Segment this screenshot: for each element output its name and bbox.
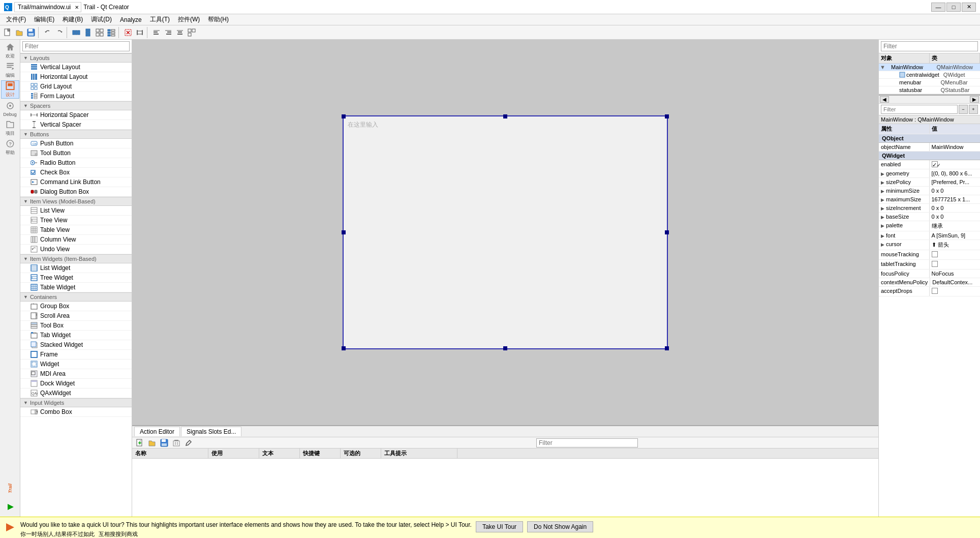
object-inspector-filter[interactable]: [881, 41, 978, 51]
prop-expand-sizeincrement[interactable]: ▶: [881, 206, 884, 211]
sidebar-item-debuglabel[interactable]: [1, 498, 19, 517]
prop-row-tablettracking[interactable]: tabletTracking: [879, 260, 980, 270]
prop-value-acceptdrops[interactable]: [930, 287, 981, 296]
oi-row-centralwidget[interactable]: centralwidget QWidget: [879, 71, 980, 79]
menu-analyze[interactable]: Analyze: [116, 15, 146, 24]
menu-debug[interactable]: 调试(D): [87, 14, 116, 25]
handle-bottom-left[interactable]: [342, 346, 346, 350]
prop-filter-plus[interactable]: +: [969, 105, 978, 114]
prop-row-maximumsize[interactable]: ▶maximumSize 16777215 x 1...: [879, 195, 980, 204]
oi-expand-mainwindow[interactable]: ▼: [879, 64, 889, 71]
widget-dock-widget[interactable]: Dock Widget: [20, 379, 132, 388]
handle-bottom-center[interactable]: [503, 346, 507, 350]
canvas-content[interactable]: 在这里输入: [132, 40, 878, 425]
widget-filter-input[interactable]: [22, 41, 130, 51]
widget-column-view[interactable]: Column View: [20, 235, 132, 245]
section-item-widgets-toggle[interactable]: ▼: [23, 256, 28, 261]
action-open-btn[interactable]: [146, 437, 158, 449]
toolbar-redo[interactable]: [54, 27, 65, 38]
toolbar-align-left[interactable]: [151, 27, 162, 38]
prop-row-geometry[interactable]: ▶geometry [(0, 0), 800 x 6...: [879, 169, 980, 178]
widget-tool-button[interactable]: Tool Button: [20, 148, 132, 158]
prop-row-font[interactable]: ▶font A [SimSun, 9]: [879, 231, 980, 240]
prop-check-tablettracking[interactable]: [932, 261, 938, 267]
widget-list-widget[interactable]: List Widget: [20, 263, 132, 273]
toolbar-open[interactable]: [14, 27, 25, 38]
widget-dialog-button-box[interactable]: Dialog Button Box: [20, 187, 132, 197]
oi-row-statusbar[interactable]: statusbar QStatusBar: [879, 86, 980, 94]
toolbar-layout-grid[interactable]: [94, 27, 105, 38]
toolbar-align-right[interactable]: [163, 27, 174, 38]
sidebar-item-debug[interactable]: Debug: [1, 100, 19, 118]
widget-tool-box[interactable]: Tool Box: [20, 321, 132, 331]
oi-row-menubar[interactable]: menubar QMenuBar: [879, 79, 980, 86]
section-buttons-toggle[interactable]: ▼: [23, 132, 28, 137]
sidebar-item-help[interactable]: ? 帮助: [1, 138, 19, 157]
prop-value-objectname[interactable]: MainWindow: [930, 143, 981, 151]
handle-top-right[interactable]: [665, 114, 669, 118]
menu-file[interactable]: 文件(F): [2, 14, 30, 25]
maximize-button[interactable]: □: [946, 3, 961, 12]
toolbar-adjust-size[interactable]: [134, 27, 145, 38]
tab-signals-slots[interactable]: Signals Slots Ed...: [181, 427, 241, 436]
prop-expand-palette[interactable]: ▶: [881, 223, 884, 228]
widget-stacked-widget[interactable]: Stacked Widget: [20, 340, 132, 350]
sidebar-item-projects[interactable]: 项目: [1, 119, 19, 137]
widget-mdi-area[interactable]: MDI Area: [20, 369, 132, 379]
toolbar-layout-form[interactable]: [106, 27, 117, 38]
widget-command-link-button[interactable]: Command Link Button: [20, 177, 132, 187]
section-layouts-toggle[interactable]: ▼: [23, 55, 28, 61]
prop-row-acceptdrops[interactable]: acceptDrops: [879, 287, 980, 296]
prop-row-sizeincrement[interactable]: ▶sizeIncrement 0 x 0: [879, 204, 980, 213]
minimize-button[interactable]: —: [931, 3, 945, 12]
action-new-btn[interactable]: [134, 437, 145, 449]
prop-row-mousetracking[interactable]: mouseTracking: [879, 250, 980, 260]
handle-middle-left[interactable]: [342, 230, 346, 234]
widget-qax-widget[interactable]: QAx QAxWidget: [20, 388, 132, 398]
widget-horizontal-spacer[interactable]: Horizontal Spacer: [20, 110, 132, 120]
toolbar-layout-v[interactable]: [82, 27, 94, 38]
action-delete-btn[interactable]: [171, 437, 182, 449]
widget-undo-view[interactable]: Undo View: [20, 245, 132, 254]
toolbar-align-center[interactable]: [174, 27, 186, 38]
menu-tools[interactable]: 工具(T): [146, 14, 174, 25]
handle-top-left[interactable]: [342, 114, 346, 118]
toolbar-undo[interactable]: [42, 27, 53, 38]
menu-edit[interactable]: 编辑(E): [30, 14, 58, 25]
prop-scroll-area[interactable]: QObject objectName MainWindow QWidget en…: [879, 134, 980, 517]
handle-top-center[interactable]: [503, 114, 507, 118]
tab-action-editor[interactable]: Action Editor: [134, 427, 180, 436]
prop-check-enabled[interactable]: ✓: [932, 161, 938, 167]
prop-value-mousetracking[interactable]: [930, 250, 981, 259]
prop-expand-maxsize[interactable]: ▶: [881, 197, 884, 202]
prop-expand-cursor[interactable]: ▶: [881, 242, 884, 247]
prop-expand-font[interactable]: ▶: [881, 233, 884, 238]
menu-help[interactable]: 帮助(H): [204, 14, 233, 25]
prop-row-focuspolicy[interactable]: focusPolicy NoFocus: [879, 270, 980, 278]
widget-grid-layout[interactable]: Grid Layout: [20, 82, 132, 92]
prop-expand-basesize[interactable]: ▶: [881, 215, 884, 220]
prop-check-acceptdrops[interactable]: [932, 288, 938, 294]
widget-frame[interactable]: Frame: [20, 350, 132, 360]
widget-radio-button[interactable]: Radio Button: [20, 158, 132, 168]
do-not-show-button[interactable]: Do Not Show Again: [527, 521, 593, 532]
prop-value-tablettracking[interactable]: [930, 260, 981, 269]
prop-scroll-right[interactable]: ▶: [970, 96, 979, 103]
tab-mainwindow[interactable]: Trail/mainwindow.ui ✕: [14, 2, 81, 12]
widget-tab-widget[interactable]: Tab Widget: [20, 331, 132, 340]
widget-tree-view[interactable]: Tree View: [20, 216, 132, 225]
prop-row-minimumsize[interactable]: ▶minimumSize 0 x 0: [879, 187, 980, 195]
toolbar-layout-h[interactable]: [71, 27, 82, 38]
prop-expand-minsize[interactable]: ▶: [881, 189, 884, 194]
sidebar-item-design[interactable]: 设计: [1, 80, 19, 99]
widget-list-view[interactable]: List View: [20, 206, 132, 216]
widget-tree-widget[interactable]: Tree Widget: [20, 273, 132, 283]
prop-scroll-left[interactable]: ◀: [880, 96, 889, 103]
toolbar-break-layout[interactable]: [122, 27, 134, 38]
tab-close-icon[interactable]: ✕: [75, 4, 79, 10]
prop-row-sizepolicy[interactable]: ▶sizePolicy [Preferred, Pr...: [879, 178, 980, 187]
prop-filter-minus[interactable]: −: [959, 105, 968, 114]
toolbar-extra[interactable]: [186, 27, 197, 38]
widget-vertical-layout[interactable]: Vertical Layout: [20, 63, 132, 72]
prop-row-cursor[interactable]: ▶cursor ⬆ 箭头: [879, 240, 980, 250]
